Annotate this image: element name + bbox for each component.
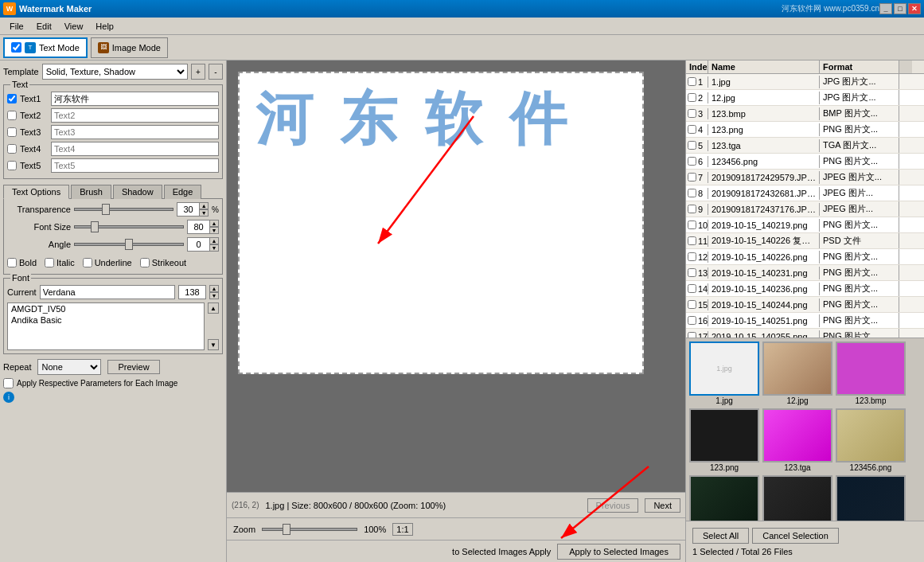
angle-slider[interactable] xyxy=(74,243,184,246)
file-row[interactable]: 1 1.jpg JPG 图片文... xyxy=(686,74,924,90)
file-checkbox[interactable] xyxy=(688,284,696,293)
file-row[interactable]: 13 2019-10-15_140231.png PNG 图片文... xyxy=(686,265,924,281)
text5-input[interactable] xyxy=(51,158,219,173)
image-mode-btn[interactable]: 🖼 Image Mode xyxy=(91,37,168,58)
italic-checkbox[interactable] xyxy=(45,258,54,267)
file-row[interactable]: 12 2019-10-15_140226.png PNG 图片文... xyxy=(686,249,924,265)
font-scroll-up[interactable]: ▲ xyxy=(208,302,219,314)
file-checkbox[interactable] xyxy=(688,300,696,309)
file-row[interactable]: 16 2019-10-15_140251.png PNG 图片文... xyxy=(686,313,924,329)
ratio-btn[interactable]: 1:1 xyxy=(392,523,412,536)
text1-input[interactable] xyxy=(51,92,219,106)
file-checkbox[interactable] xyxy=(688,268,696,277)
file-row[interactable]: 9 20190918172437176.JPEG JPEG 图片... xyxy=(686,201,924,217)
file-row[interactable]: 10 2019-10-15_140219.png PNG 图片文... xyxy=(686,217,924,233)
file-checkbox[interactable] xyxy=(688,189,696,197)
text2-input[interactable] xyxy=(51,108,219,123)
tab-edge[interactable]: Edge xyxy=(164,185,202,199)
strikeout-checkbox[interactable] xyxy=(140,258,150,267)
text4-input[interactable] xyxy=(51,142,219,156)
apply-params-checkbox[interactable] xyxy=(3,378,14,388)
tab-shadow[interactable]: Shadow xyxy=(113,185,162,199)
font-size-down[interactable]: ▼ xyxy=(209,292,219,299)
file-checkbox[interactable] xyxy=(688,77,696,86)
font-item-amgdt[interactable]: AMGDT_IV50 xyxy=(8,303,204,314)
file-row[interactable]: 17 2019-10-15_140255.png PNG 图片文... xyxy=(686,329,924,338)
fontsize-up[interactable]: ▲ xyxy=(209,220,219,227)
file-row[interactable]: 15 2019-10-15_140244.png PNG 图片文... xyxy=(686,297,924,313)
repeat-select[interactable]: None Horizontal Vertical Both xyxy=(37,359,101,375)
file-checkbox[interactable] xyxy=(688,125,696,134)
angle-value[interactable] xyxy=(187,237,209,252)
font-item-andika[interactable]: Andika Basic xyxy=(8,314,204,326)
previous-btn[interactable]: Previous xyxy=(587,498,639,513)
text-mode-checkbox[interactable] xyxy=(11,42,21,53)
menu-edit[interactable]: Edit xyxy=(30,20,58,33)
file-checkbox[interactable] xyxy=(688,173,696,181)
fontsize-down[interactable]: ▼ xyxy=(209,227,219,234)
text5-checkbox[interactable] xyxy=(7,161,17,170)
text2-checkbox[interactable] xyxy=(7,111,17,120)
thumbnail-item[interactable]: 123.png xyxy=(689,408,759,472)
menu-file[interactable]: File xyxy=(3,20,30,33)
file-checkbox[interactable] xyxy=(688,205,696,213)
transparence-slider[interactable] xyxy=(74,208,173,211)
font-size-input[interactable]: 138 xyxy=(178,285,206,299)
template-del-btn[interactable]: - xyxy=(209,64,223,80)
font-name-input[interactable]: Verdana xyxy=(40,285,175,299)
transparence-down[interactable]: ▼ xyxy=(199,209,209,217)
file-checkbox[interactable] xyxy=(688,316,696,325)
template-select[interactable]: Solid, Texture, Shadow xyxy=(42,64,188,80)
preview-btn[interactable]: Preview xyxy=(107,360,159,374)
text3-input[interactable] xyxy=(51,125,219,139)
file-checkbox[interactable] xyxy=(688,109,696,118)
thumbnail-item[interactable]: 12.jpg xyxy=(762,341,832,405)
file-row[interactable]: 8 20190918172432681.JPEG JPEG 图片... xyxy=(686,185,924,201)
file-row[interactable]: 2 12.jpg JPG 图片文... xyxy=(686,90,924,106)
file-list-scroll[interactable]: 1 1.jpg JPG 图片文... 2 12.jpg JPG 图片文... 3… xyxy=(686,74,924,338)
text-mode-btn[interactable]: T Text Mode xyxy=(3,37,88,58)
file-checkbox[interactable] xyxy=(688,141,696,150)
thumbnail-item[interactable]: 1.jpg 1.jpg xyxy=(689,341,759,405)
bold-checkbox[interactable] xyxy=(7,258,17,267)
underline-checkbox[interactable] xyxy=(83,258,92,267)
font-list[interactable]: AMGDT_IV50 Andika Basic xyxy=(7,302,205,350)
text3-checkbox[interactable] xyxy=(7,127,17,137)
angle-up[interactable]: ▲ xyxy=(209,237,219,244)
file-row[interactable]: 6 123456.png PNG 图片文... xyxy=(686,154,924,170)
file-row[interactable]: 4 123.png PNG 图片文... xyxy=(686,122,924,138)
file-checkbox[interactable] xyxy=(688,93,696,102)
thumbnail-item[interactable]: 123.tga xyxy=(762,408,832,472)
fontsize-value[interactable] xyxy=(187,220,209,234)
menu-help[interactable]: Help xyxy=(89,20,120,33)
cancel-selection-btn[interactable]: Cancel Selection xyxy=(752,528,839,544)
thumbnail-item[interactable] xyxy=(762,475,832,521)
transparence-up[interactable]: ▲ xyxy=(199,202,209,209)
angle-down[interactable]: ▼ xyxy=(209,244,219,252)
text4-checkbox[interactable] xyxy=(7,144,17,154)
file-row[interactable]: 7 20190918172429579.JPEG JPEG 图片文... xyxy=(686,170,924,185)
tab-text-options[interactable]: Text Options xyxy=(3,185,69,199)
thumbnail-item[interactable] xyxy=(689,475,759,521)
apply-to-selected-btn[interactable]: Apply to Selected Images xyxy=(557,544,680,560)
fontsize-slider[interactable] xyxy=(74,225,184,228)
file-checkbox[interactable] xyxy=(688,157,696,166)
file-checkbox[interactable] xyxy=(688,221,696,229)
file-row[interactable]: 14 2019-10-15_140236.png PNG 图片文... xyxy=(686,281,924,297)
thumbnail-item[interactable]: 123.bmp xyxy=(836,341,906,405)
font-scroll-down[interactable]: ▼ xyxy=(208,339,219,350)
template-add-btn[interactable]: + xyxy=(191,64,205,80)
file-row[interactable]: 5 123.tga TGA 图片文... xyxy=(686,138,924,154)
transparence-value[interactable] xyxy=(177,202,199,217)
text1-checkbox[interactable] xyxy=(7,94,17,103)
file-checkbox[interactable] xyxy=(688,252,696,261)
font-size-up[interactable]: ▲ xyxy=(209,285,219,292)
file-row[interactable]: 3 123.bmp BMP 图片文... xyxy=(686,106,924,122)
file-checkbox[interactable] xyxy=(688,236,696,245)
file-row[interactable]: 11 2019-10-15_140226 复制.psd PSD 文件 xyxy=(686,233,924,249)
tab-brush[interactable]: Brush xyxy=(71,185,111,199)
minimize-btn[interactable]: _ xyxy=(879,3,892,14)
info-icon[interactable]: i xyxy=(3,392,14,403)
zoom-slider[interactable] xyxy=(262,528,357,531)
close-btn[interactable]: ✕ xyxy=(908,3,921,14)
